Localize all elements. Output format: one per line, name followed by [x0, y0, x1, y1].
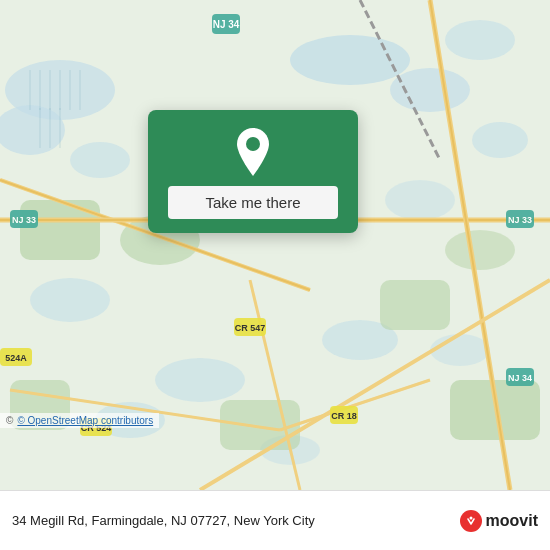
svg-point-3 [70, 142, 130, 178]
location-card: Take me there [148, 110, 358, 233]
svg-text:CR 18: CR 18 [331, 411, 357, 421]
moovit-logo-icon [460, 510, 482, 532]
svg-point-11 [430, 334, 490, 366]
svg-point-5 [390, 68, 470, 112]
moovit-text: moovit [486, 512, 538, 530]
svg-text:524A: 524A [5, 353, 27, 363]
svg-text:NJ 34: NJ 34 [213, 19, 240, 30]
svg-point-7 [472, 122, 528, 158]
svg-point-21 [445, 230, 515, 270]
svg-point-9 [155, 358, 245, 402]
svg-point-58 [246, 137, 260, 151]
svg-point-4 [290, 35, 410, 85]
svg-text:NJ 33: NJ 33 [508, 215, 532, 225]
take-me-there-button[interactable]: Take me there [168, 186, 338, 219]
openstreetmap-link[interactable]: © OpenStreetMap contributors [17, 415, 153, 426]
bottom-bar: 34 Megill Rd, Farmingdale, NJ 07727, New… [0, 490, 550, 550]
svg-text:NJ 33: NJ 33 [12, 215, 36, 225]
svg-point-6 [445, 20, 515, 60]
copyright-symbol: © [6, 415, 13, 426]
copyright-bar: © © OpenStreetMap contributors [0, 413, 159, 428]
svg-point-8 [385, 180, 455, 220]
svg-rect-16 [380, 280, 450, 330]
svg-text:CR 547: CR 547 [235, 323, 266, 333]
svg-point-60 [469, 516, 472, 519]
address-text: 34 Megill Rd, Farmingdale, NJ 07727, New… [12, 513, 315, 528]
moovit-logo: moovit [460, 510, 538, 532]
svg-rect-15 [20, 200, 100, 260]
svg-text:NJ 34: NJ 34 [508, 373, 532, 383]
map-container: NJ 34 NJ 33 NJ 33 NJ 34 524A CR 547 CR 5… [0, 0, 550, 490]
location-pin-icon [233, 128, 273, 176]
svg-point-12 [30, 278, 110, 322]
